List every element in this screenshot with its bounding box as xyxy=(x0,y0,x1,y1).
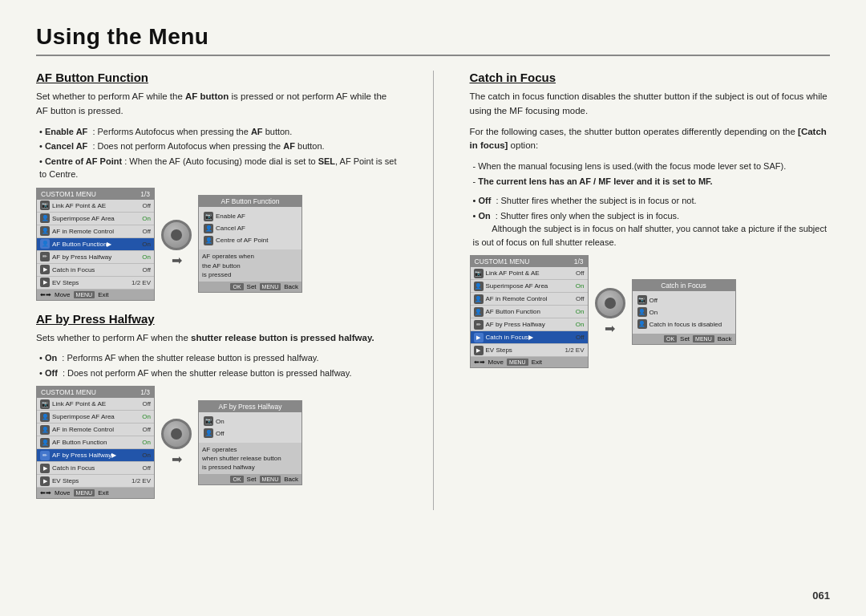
page: Using the Menu AF Button Function Set wh… xyxy=(0,0,866,616)
catch-on-bullet: • On : Shutter fires only when the subje… xyxy=(473,209,831,249)
result-note-2: AF operateswhen shutter release buttonis… xyxy=(199,443,301,475)
c-person3-icon: 👤 xyxy=(474,307,484,317)
nav-arrow-2: ➡ xyxy=(161,419,192,467)
c-play2-icon: ▶ xyxy=(474,346,484,355)
c-menu-row-1: 📷 Link AF Point & AE Off xyxy=(471,267,588,280)
catch-focus-title: Catch in Focus xyxy=(470,71,831,84)
result-body-1: 📷 Enable AF 👤 Cancel AF 👤 Centre of AF P… xyxy=(199,207,301,249)
menu-btn-1: MENU xyxy=(260,283,281,290)
ok-btn-1: OK xyxy=(230,283,243,290)
menu-footer-2: ⬅➡ Move MENU Exit xyxy=(37,488,154,498)
catch-result-screen: Catch in Focus 📷 Off 👤 On 👤 xyxy=(632,279,736,345)
catch-focus-desc1: The catch in focus function disables the… xyxy=(470,90,831,119)
bullet-enable-af: • Enable AF : Performs Autofocus when pr… xyxy=(39,125,397,139)
nav-arrow-3: ➡ xyxy=(595,288,625,336)
c-person-icon: 👤 xyxy=(474,282,484,291)
p-play-icon: ▶ xyxy=(40,464,50,473)
wrench-icon: ✏ xyxy=(40,252,50,261)
c-menu-row-3: 👤 AF in Remote Control Off xyxy=(471,293,588,306)
c-menu-row-6-highlight: ▶ Catch in Focus▶ Off xyxy=(471,331,588,344)
arrow-icon-1: ➡ xyxy=(172,253,182,268)
p-person3-icon: 👤 xyxy=(40,438,50,448)
catch-result-icon-3: 👤 xyxy=(637,319,647,329)
press-result-row-1: 📷 On xyxy=(204,415,297,428)
af-button-section: AF Button Function Set whether to perfor… xyxy=(36,71,397,301)
menu-footer: ⬅➡ Move MENU Exit xyxy=(37,290,154,300)
result-icon-3: 👤 xyxy=(204,236,213,245)
result-icon-2: 👤 xyxy=(204,224,213,233)
nav-dial-2 xyxy=(161,419,192,449)
catch-result-icon-2: 👤 xyxy=(637,307,647,317)
p-menu-row-2: 👤 Superimpose AF Area On xyxy=(37,411,154,424)
c-camera-icon: 📷 xyxy=(474,269,484,278)
menu-btn-2: MENU xyxy=(74,489,95,496)
ok-btn-2: OK xyxy=(230,476,243,483)
nav-dial-inner-1 xyxy=(171,229,182,241)
bullet-centre-af: • Centre of AF Point : When the AF (Auto… xyxy=(39,155,397,181)
af-button-desc: Set whether to perform AF while the AF b… xyxy=(36,90,397,119)
result-body-2: 📷 On 👤 Off xyxy=(199,412,301,443)
bullet-on: • On : Performs AF when the shutter rele… xyxy=(39,351,397,365)
two-col-layout: AF Button Function Set whether to perfor… xyxy=(36,71,830,510)
nav-dial-3 xyxy=(595,288,625,318)
arrow-icon-3: ➡ xyxy=(605,321,615,336)
catch-bullet-2: - The current lens has an AF / MF lever … xyxy=(473,175,831,188)
af-press-menu-screen: CUSTOM1 MENU 1/3 📷 Link AF Point & AE Of… xyxy=(36,386,155,499)
p-person-icon: 👤 xyxy=(40,412,50,422)
af-press-title: AF by Press Halfway xyxy=(36,312,397,326)
person3-icon: 👤 xyxy=(40,239,50,249)
p-menu-row-6: ▶ Catch in Focus Off xyxy=(37,462,154,475)
menu-header: CUSTOM1 MENU 1/3 xyxy=(37,188,154,200)
camera-icon: 📷 xyxy=(40,201,50,210)
catch-focus-section: Catch in Focus The catch in focus functi… xyxy=(470,71,831,368)
play2-icon: ▶ xyxy=(40,278,50,287)
menu-row-3: 👤 AF in Remote Control Off xyxy=(37,225,154,238)
c-menu-row-4: 👤 AF Button Function On xyxy=(471,306,588,318)
catch-focus-menu-demo: CUSTOM1 MENU 1/3 📷 Link AF Point & AE Of… xyxy=(470,255,831,368)
af-button-bullets: • Enable AF : Performs Autofocus when pr… xyxy=(39,125,397,181)
bullet-off: • Off : Does not perform AF when the shu… xyxy=(39,367,397,380)
p-camera-icon: 📷 xyxy=(40,399,50,409)
catch-bullet-1: - When the manual focusing lens is used.… xyxy=(473,160,831,173)
menu-header-2: CUSTOM1 MENU 1/3 xyxy=(37,387,154,398)
menu-btn-r3: MENU xyxy=(693,335,714,342)
p-menu-row-7: ▶ EV Steps 1/2 EV xyxy=(37,475,154,488)
result-footer-3: OK Set MENU Back xyxy=(633,334,735,344)
af-press-bullets: • On : Performs AF when the shutter rele… xyxy=(39,351,397,379)
menu-btn-r2: MENU xyxy=(260,476,281,483)
catch-result-row-2: 👤 On xyxy=(637,306,730,318)
menu-row-5: ✏ AF by Press Halfway On xyxy=(37,251,154,264)
result-header-3: Catch in Focus xyxy=(633,280,735,291)
af-press-section: AF by Press Halfway Sets whether to perf… xyxy=(36,312,397,500)
menu-row-4-highlight: 👤 AF Button Function▶ On xyxy=(37,238,154,251)
c-play-icon: ▶ xyxy=(474,333,484,342)
catch-result-row-3: 👤 Catch in focus is disabled xyxy=(637,318,730,330)
result-header-1: AF Button Function xyxy=(199,196,301,207)
result-row-2: 👤 Cancel AF xyxy=(204,222,297,234)
p-menu-row-4: 👤 AF Button Function On xyxy=(37,436,154,449)
af-press-result-screen: AF by Press Halfway 📷 On 👤 Off AF op xyxy=(198,400,302,486)
page-title: Using the Menu xyxy=(36,24,830,50)
p-menu-row-3: 👤 AF in Remote Control Off xyxy=(37,424,154,436)
result-header-2: AF by Press Halfway xyxy=(199,401,301,412)
press-result-icon-1: 📷 xyxy=(204,416,213,426)
play-icon: ▶ xyxy=(40,265,50,274)
page-number: 061 xyxy=(812,590,830,602)
catch-focus-bullets: • Off : Shutter fires whether the subjec… xyxy=(473,194,831,249)
title-rule xyxy=(36,55,830,56)
c-wrench-icon: ✏ xyxy=(474,320,484,330)
nav-dial-inner-2 xyxy=(171,428,182,440)
col-left: AF Button Function Set whether to perfor… xyxy=(36,71,397,510)
result-icon-1: 📷 xyxy=(204,212,213,221)
catch-focus-desc2: For the following cases, the shutter but… xyxy=(470,125,831,154)
af-press-desc: Sets whether to perform AF when the shut… xyxy=(36,331,397,346)
af-button-menu-demo: CUSTOM1 MENU 1/3 📷 Link AF Point & AE Of… xyxy=(36,188,397,301)
catch-off-bullet: • Off : Shutter fires whether the subjec… xyxy=(473,194,831,208)
press-result-icon-2: 👤 xyxy=(204,428,213,438)
af-press-menu-demo: CUSTOM1 MENU 1/3 📷 Link AF Point & AE Of… xyxy=(36,386,397,499)
result-note-1: AF operates whenthe AF buttonis pressed xyxy=(199,249,301,282)
bullet-cancel-af: • Cancel AF : Does not perform Autofocus… xyxy=(39,140,397,153)
ok-btn-3: OK xyxy=(664,335,677,342)
press-result-row-2: 👤 Off xyxy=(204,428,297,440)
af-button-title: AF Button Function xyxy=(36,71,397,84)
